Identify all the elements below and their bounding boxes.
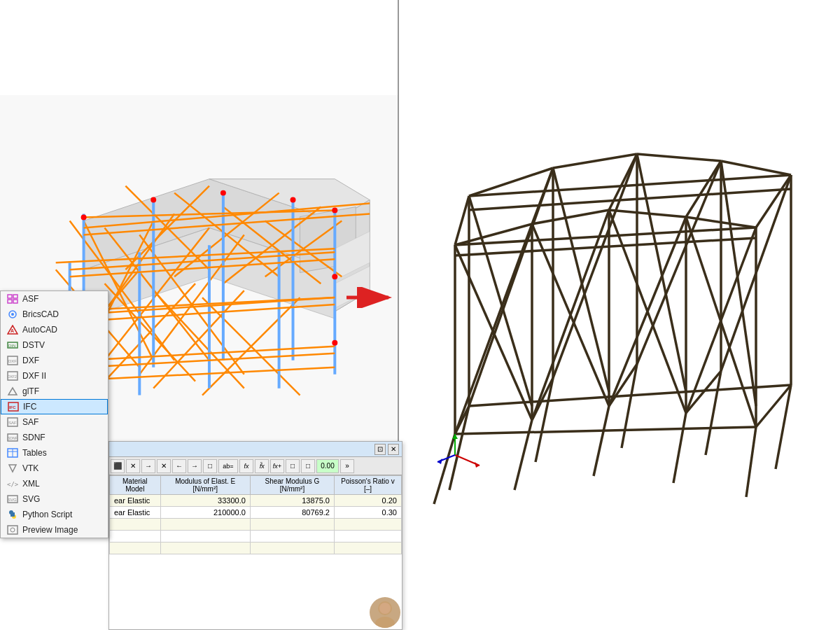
arrow-container [343,287,399,308]
menu-item-bricscad[interactable]: BricsCAD [1,307,108,322]
toolbar-btn-fx3[interactable]: fx+ [270,459,284,473]
svg-text:SDNF: SDNF [8,436,18,440]
left-panel: ASF BricsCAD A AutoCAD DIN DSTV [0,0,399,630]
toolbar-btn-sq2[interactable]: □ [301,459,315,473]
menu-item-dstv[interactable]: DIN DSTV [1,337,108,353]
col-header-modulus: Modulus of Elast. E [N/mm²] [160,476,250,495]
menu-item-sdnf[interactable]: SDNF SDNF [1,430,108,445]
toolbar-btn-1[interactable]: ⬛ [111,459,125,473]
svg-rect-91 [10,512,15,517]
svg-point-59 [220,190,226,196]
autocad-icon: A [6,324,19,335]
toolbar-btn-3[interactable]: → [141,459,155,473]
svg-rect-63 [8,300,12,303]
menu-item-dxf[interactable]: DXF DXF [1,353,108,368]
table-row: ear Elastic 210000.0 80769.2 0.30 [110,507,402,519]
menu-item-vtk-label: VTK [22,463,38,473]
svg-point-55 [332,208,337,214]
menu-item-autocad-label: AutoCAD [22,325,57,335]
cell-material-2: ear Elastic [110,507,161,519]
menu-item-sdnf-label: SDNF [22,433,46,442]
menu-item-xml[interactable]: </> XML [1,476,108,491]
col-header-poisson: Poisson's Ratio v [–] [334,476,401,495]
menu-item-gltf-label: glTF [22,386,39,396]
toolbar-btn-ab[interactable]: ab= [218,459,238,473]
export-menu: ASF BricsCAD A AutoCAD DIN DSTV [0,290,108,538]
menu-item-gltf[interactable]: glTF [1,384,108,399]
cell-poisson-2: 0.30 [334,507,401,519]
main-container: ASF BricsCAD A AutoCAD DIN DSTV [0,0,840,630]
col-header-shear: Shear Modulus G [N/mm²] [250,476,334,495]
table-row: ear Elastic 33300.0 13875.0 0.20 [110,495,402,507]
toolbar-btn-sq1[interactable]: □ [286,459,300,473]
svg-rect-99 [399,0,840,630]
svg-text:IFC: IFC [9,405,16,410]
svg-marker-75 [8,388,17,395]
svg-point-54 [81,215,87,220]
toolbar-btn-fx[interactable]: fx [239,459,253,473]
toolbar-btn-4[interactable]: ✕ [157,459,171,473]
svg-point-60 [290,197,296,203]
xml-icon: </> [6,478,19,489]
bricscad-icon [6,309,19,320]
svg-rect-92 [8,526,18,534]
menu-item-saf-label: SAF [22,417,38,427]
menu-item-xml-label: XML [22,479,40,489]
svg-text:DXF: DXF [8,359,17,363]
direction-arrow [343,287,399,308]
menu-item-dstv-label: DSTV [22,340,45,350]
svg-point-57 [332,340,337,346]
menu-item-tables[interactable]: Tables [1,445,108,461]
cell-modulus-2: 210000.0 [160,507,250,519]
toolbar-btn-5[interactable]: ← [172,459,186,473]
table-toolbar: ⬛ ✕ → ✕ ← → □ ab= fx f̃x fx+ □ □ 0.00 » [109,457,402,475]
toolbar-btn-more[interactable]: » [340,459,354,473]
material-properties-table: Material Model Modulus of Elast. E [N/mm… [109,475,402,554]
gltf-icon [6,386,19,397]
menu-item-svg[interactable]: SVG SVG [1,491,108,507]
svg-text:A: A [10,328,14,333]
menu-item-dxf-label: DXF [22,356,39,365]
svg-rect-61 [8,295,12,298]
toolbar-btn-fx2[interactable]: f̃x [255,459,269,473]
right-panel [399,0,840,630]
svg-point-56 [332,274,337,279]
panel-close-btn[interactable]: ✕ [388,444,399,455]
menu-item-dxf2[interactable]: DXF2 DXF II [1,368,108,384]
panel-header: ⊡ ✕ [109,442,402,457]
menu-item-python-label: Python Script [22,510,72,519]
svg-rect-62 [13,295,18,298]
svg-text:SAF: SAF [8,421,17,425]
menu-item-preview[interactable]: Preview Image [1,522,108,538]
menu-item-asf-label: ASF [22,294,38,304]
cell-poisson-1: 0.20 [334,495,401,507]
menu-item-saf[interactable]: SAF SAF [1,414,108,430]
menu-item-python[interactable]: Python Script [1,507,108,522]
menu-item-ifc[interactable]: IFC IFC [1,399,108,414]
toolbar-btn-num[interactable]: 0.00 [316,459,339,473]
svg-point-95 [375,617,395,628]
cell-material-1: ear Elastic [110,495,161,507]
menu-item-ifc-label: IFC [23,402,36,412]
menu-item-asf[interactable]: ASF [1,291,108,307]
ifc-icon: IFC [7,401,20,412]
svg-text:DIN: DIN [8,344,15,348]
menu-item-bricscad-label: BricsCAD [22,309,59,319]
menu-item-autocad[interactable]: A AutoCAD [1,322,108,337]
svg-icon: SVG [6,493,19,505]
svg-point-96 [379,603,391,614]
svg-point-58 [150,197,156,203]
dxf-icon: DXF [6,355,19,366]
menu-item-vtk[interactable]: VTK [1,461,108,476]
svg-text:SVG: SVG [8,498,17,502]
panel-restore-btn[interactable]: ⊡ [374,444,386,455]
python-icon [6,509,19,520]
toolbar-btn-7[interactable]: □ [203,459,217,473]
toolbar-btn-6[interactable]: → [188,459,202,473]
svg-rect-64 [13,300,18,303]
vtk-icon [6,463,19,474]
menu-item-svg-label: SVG [22,494,40,504]
toolbar-btn-2[interactable]: ✕ [126,459,140,473]
svg-point-66 [11,313,14,316]
cell-modulus-1: 33300.0 [160,495,250,507]
